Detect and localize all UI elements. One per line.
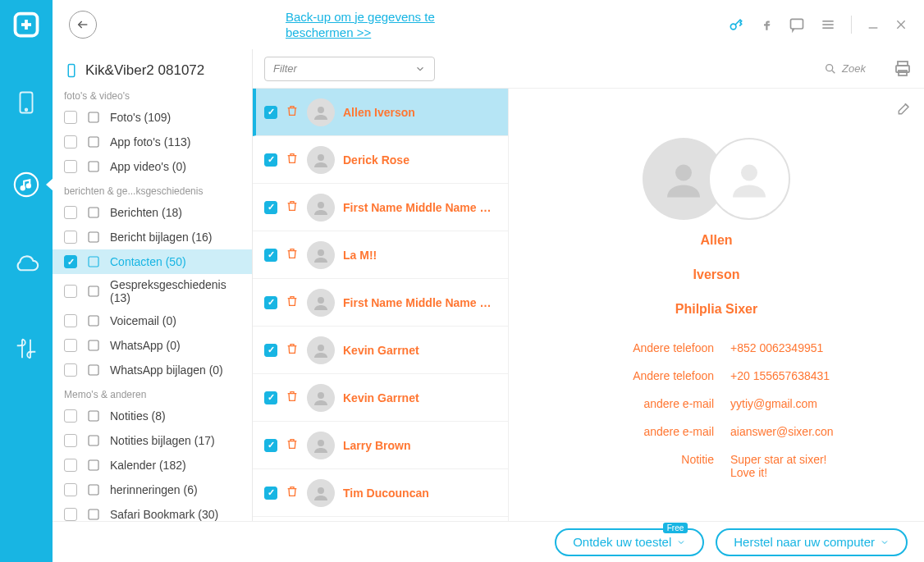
- sidebar-item[interactable]: Foto's (109): [53, 105, 252, 130]
- contact-row[interactable]: Tim Ducouncan: [253, 469, 508, 517]
- checkbox[interactable]: [64, 459, 77, 472]
- contact-row[interactable]: Allen Iverson: [253, 89, 508, 136]
- sidebar-item[interactable]: App video's (0): [53, 154, 252, 179]
- print-icon[interactable]: [893, 59, 913, 79]
- detail-value: Super star at sixer! Love it!: [730, 453, 899, 479]
- checkbox[interactable]: [64, 160, 77, 173]
- item-icon: [85, 482, 102, 498]
- checkbox[interactable]: [64, 483, 77, 496]
- restore-computer-button[interactable]: Herstel naar uw computer: [716, 528, 908, 556]
- checkbox[interactable]: [64, 111, 77, 124]
- svg-point-35: [826, 64, 833, 71]
- sidebar-item[interactable]: Safari Bookmark (30): [53, 502, 252, 521]
- trash-icon[interactable]: [286, 104, 299, 121]
- item-icon: [85, 313, 102, 329]
- checkbox[interactable]: [64, 363, 77, 377]
- back-button[interactable]: [69, 11, 97, 39]
- row-checkbox[interactable]: [264, 249, 277, 262]
- sidebar-item-label: herinneringen (6): [110, 483, 198, 496]
- sidebar-item-label: WhatsApp (0): [110, 339, 181, 352]
- facebook-icon[interactable]: [759, 17, 774, 32]
- feedback-icon[interactable]: [789, 16, 805, 33]
- sidebar-item[interactable]: Notities (8): [53, 404, 252, 428]
- minimize-icon[interactable]: [867, 18, 880, 31]
- svg-point-49: [675, 165, 692, 181]
- free-badge: Free: [663, 523, 688, 533]
- row-checkbox[interactable]: [264, 106, 277, 119]
- promo-link[interactable]: Back-up om je gegevens te beschermen >>: [286, 9, 435, 41]
- checkbox[interactable]: [64, 255, 77, 268]
- contact-row[interactable]: Kevin Garrnet: [253, 327, 508, 374]
- rail-tools-icon[interactable]: [0, 320, 53, 377]
- trash-icon[interactable]: [286, 295, 299, 311]
- sidebar-item[interactable]: Bericht bijlagen (16): [53, 225, 252, 249]
- row-checkbox[interactable]: [264, 487, 277, 500]
- row-checkbox[interactable]: [264, 153, 277, 167]
- rail-music-icon[interactable]: [0, 156, 53, 213]
- trash-icon[interactable]: [286, 247, 299, 263]
- checkbox[interactable]: [64, 285, 77, 298]
- contact-name: Derick Rose: [343, 153, 409, 167]
- checkbox[interactable]: [64, 206, 77, 219]
- rail-cloud-icon[interactable]: [0, 238, 53, 295]
- search-input[interactable]: Zoek: [824, 57, 881, 81]
- close-icon[interactable]: [894, 18, 908, 31]
- contact-row[interactable]: First Name Middle Name La...: [253, 184, 508, 231]
- contact-row[interactable]: Kevin Garrnet: [253, 374, 508, 422]
- sidebar-item[interactable]: Berichten (18): [53, 200, 252, 225]
- discover-device-button[interactable]: Ontdek uw toestel Free: [555, 528, 704, 556]
- item-icon: [85, 432, 102, 449]
- checkbox[interactable]: [64, 508, 77, 521]
- sidebar-item-label: App foto's (113): [110, 135, 190, 148]
- sidebar-item[interactable]: Contacten (50): [53, 249, 252, 274]
- sidebar-item[interactable]: App foto's (113): [53, 130, 252, 154]
- trash-icon[interactable]: [286, 342, 299, 359]
- checkbox[interactable]: [64, 314, 77, 327]
- trash-icon[interactable]: [286, 199, 299, 216]
- checkbox[interactable]: [64, 339, 77, 352]
- row-checkbox[interactable]: [264, 391, 277, 404]
- detail-row: andere e-mailyytiy@gmail.com: [533, 397, 899, 410]
- detail-value: +852 0062349951: [730, 341, 899, 354]
- contact-row[interactable]: Larry Brown: [253, 422, 508, 469]
- sidebar-item[interactable]: Notities bijlagen (17): [53, 428, 252, 453]
- sidebar-item[interactable]: Kalender (182): [53, 453, 252, 477]
- item-icon: [85, 229, 102, 245]
- checkbox[interactable]: [64, 231, 77, 244]
- svg-rect-3: [21, 93, 33, 113]
- contact-avatar: [307, 241, 335, 269]
- trash-icon[interactable]: [286, 152, 299, 168]
- contact-row[interactable]: La M!!: [253, 231, 508, 279]
- row-checkbox[interactable]: [264, 439, 277, 452]
- trash-icon[interactable]: [286, 485, 299, 501]
- contact-name: La M!!: [343, 249, 377, 262]
- trash-icon[interactable]: [286, 390, 299, 406]
- trash-icon[interactable]: [286, 437, 299, 454]
- key-icon[interactable]: [728, 16, 744, 33]
- detail-row: andere e-mailaianswer@sixer.con: [533, 425, 899, 438]
- contact-row[interactable]: First Name Middle Name La...: [253, 279, 508, 327]
- detail-label: Notitie: [533, 453, 730, 479]
- checkbox[interactable]: [64, 135, 77, 148]
- checkbox[interactable]: [64, 434, 77, 447]
- sidebar-item[interactable]: WhatsApp (0): [53, 333, 252, 358]
- row-checkbox[interactable]: [264, 344, 277, 357]
- svg-rect-10: [791, 19, 803, 29]
- row-checkbox[interactable]: [264, 201, 277, 214]
- svg-rect-23: [89, 257, 98, 267]
- row-checkbox[interactable]: [264, 296, 277, 309]
- chevron-down-icon: [676, 537, 686, 547]
- rail-phone-icon[interactable]: [0, 74, 53, 131]
- sidebar-item[interactable]: WhatsApp bijlagen (0): [53, 358, 252, 382]
- sidebar-item[interactable]: Voicemail (0): [53, 308, 252, 333]
- filter-dropdown[interactable]: Filter: [264, 57, 435, 81]
- svg-point-40: [318, 107, 324, 113]
- menu-icon[interactable]: [820, 16, 836, 33]
- sidebar-section-label: Memo's & anderen: [53, 382, 252, 404]
- sidebar-item[interactable]: herinneringen (6): [53, 477, 252, 502]
- sidebar-item[interactable]: Gespreksgeschiedenis (13): [53, 274, 252, 308]
- checkbox[interactable]: [64, 409, 77, 423]
- contact-row[interactable]: Derick Rose: [253, 136, 508, 184]
- edit-icon[interactable]: [896, 100, 913, 120]
- svg-point-48: [318, 487, 324, 494]
